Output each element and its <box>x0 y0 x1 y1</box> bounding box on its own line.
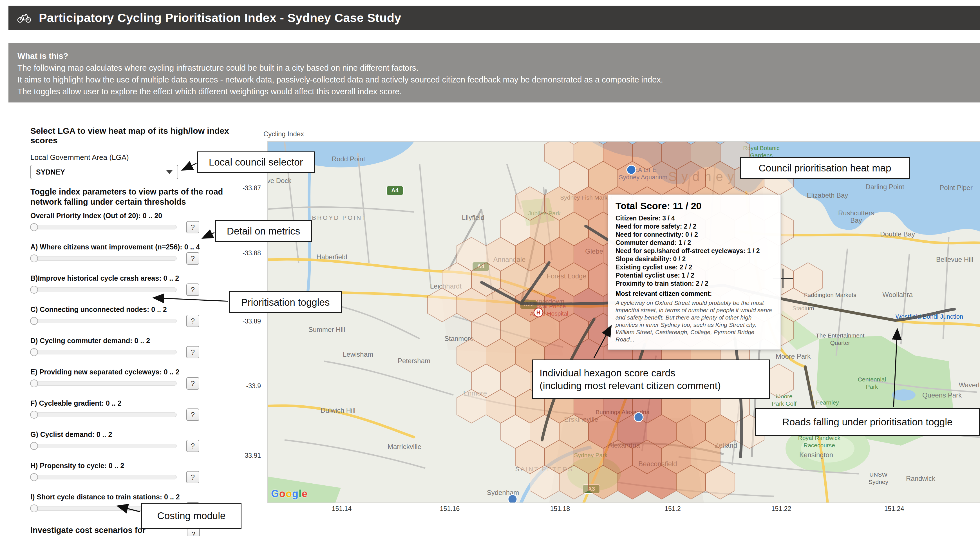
help-button[interactable]: ? <box>186 315 199 327</box>
slider-track[interactable] <box>30 412 177 417</box>
scorecard-metric: Commuter demand: 1 / 2 <box>616 239 773 247</box>
map-label: Elizabeth Bay <box>807 191 848 199</box>
help-button[interactable]: ? <box>186 252 199 265</box>
svg-text:H: H <box>536 309 540 316</box>
map-label: Kensington <box>799 451 833 458</box>
map-label: Lilyfield <box>462 214 484 221</box>
scorecard-metric: Proximity to train station: 2 / 2 <box>616 280 773 288</box>
map-label: Five Dock <box>268 177 291 184</box>
slider-track[interactable] <box>30 288 177 292</box>
map-label: Bellevue Hill <box>936 256 973 263</box>
chevron-down-icon <box>166 170 173 174</box>
map-label: Rodd Point <box>332 155 365 163</box>
slider-track[interactable] <box>30 350 177 355</box>
lga-select[interactable]: SYDNEY <box>30 165 178 179</box>
slider-track[interactable] <box>30 381 177 386</box>
slider-label: I) Short cycle distance to train station… <box>30 493 256 501</box>
help-button[interactable]: ? <box>186 346 199 358</box>
x-axis-tick: 151.2 <box>665 505 681 513</box>
x-axis-tick: 151.14 <box>332 505 352 513</box>
slider-label: A) Where citizens want improvement (n=25… <box>30 243 256 251</box>
google-logo[interactable]: Google <box>271 488 308 500</box>
map-label: A4 <box>391 187 399 193</box>
map-plot-title: Cycling Index <box>263 130 304 138</box>
toggles-section-title: Toggle index parameters to view parts of… <box>30 187 239 207</box>
help-button[interactable]: ? <box>186 409 199 421</box>
y-axis-tick: -33.88 <box>238 250 261 257</box>
intro-heading: What is this? <box>18 50 971 62</box>
x-axis-tick: 151.24 <box>884 505 904 513</box>
slider-thumb[interactable] <box>30 473 38 481</box>
slider-label: D) Cycling commuter demand: 0 .. 2 <box>30 336 256 345</box>
lga-section-title: Select LGA to view heat map of its high/… <box>30 126 256 145</box>
help-button[interactable]: ? <box>187 528 200 536</box>
help-button[interactable]: ? <box>186 377 199 390</box>
scorecard-title: Total Score: 11 / 20 <box>616 200 773 212</box>
callout-prioritisation-toggles: Prioritisation toggles <box>229 291 342 313</box>
help-button[interactable]: ? <box>186 283 199 296</box>
app-root: { "header": { "title": "Participatory Cy… <box>0 0 980 536</box>
hexagon-scorecard: Total Score: 11 / 20 Citizen Desire: 3 /… <box>608 194 781 350</box>
help-button[interactable]: ? <box>186 471 199 484</box>
callout-roads-toggle: Roads falling under prioritisation toggl… <box>755 408 980 436</box>
transit-marker[interactable] <box>634 413 643 422</box>
callout-detail-on-metrics: Detail on metrics <box>215 220 312 242</box>
map-label: Lewisham <box>343 350 373 358</box>
slider-track[interactable] <box>30 475 177 479</box>
bicycle-icon <box>16 13 32 23</box>
y-axis-tick: -33.91 <box>238 452 261 460</box>
slider-thumb[interactable] <box>30 317 38 325</box>
slider-thumb[interactable] <box>30 442 38 450</box>
slider-label: H) Propensity to cycle: 0 .. 2 <box>30 461 256 470</box>
slider-label: C) Connecting unconnected nodes: 0 .. 2 <box>30 305 256 313</box>
slider-thumb[interactable] <box>30 380 38 387</box>
help-button[interactable]: ? <box>186 221 199 233</box>
slider-thumb[interactable] <box>30 254 38 262</box>
aquarium-marker[interactable] <box>627 165 636 174</box>
callout-heat-map: Council prioritisation heat map <box>740 157 910 179</box>
map-label: Randwick <box>906 475 935 482</box>
map-label: Woollahra <box>882 291 913 298</box>
slider-thumb[interactable] <box>30 348 38 356</box>
transit-marker[interactable] <box>508 495 517 503</box>
scorecard-metric: Potential cyclist use: 1 / 2 <box>616 271 773 280</box>
slider-track[interactable] <box>30 256 177 261</box>
slider-group: B)Improve historical cycle crash areas: … <box>30 274 256 296</box>
y-axis-tick: -33.87 <box>238 184 261 192</box>
slider-thumb[interactable] <box>30 504 38 512</box>
app-header: Participatory Cycling Prioritisation Ind… <box>8 6 980 30</box>
map-label: BROYD POINT <box>312 214 367 221</box>
scorecard-metrics: Citizen Desire: 3 / 4Need for more safet… <box>616 214 773 288</box>
slider-thumb[interactable] <box>30 411 38 418</box>
map-label: Petersham <box>398 357 430 364</box>
slider-label: G) Cyclist demand: 0 .. 2 <box>30 430 256 439</box>
slider-thumb[interactable] <box>30 223 38 231</box>
map-label: Double Bay <box>880 230 915 238</box>
scorecard-comment: A cycleway on Oxford Street would probab… <box>616 299 773 343</box>
page-title: Participatory Cycling Prioritisation Ind… <box>39 11 401 25</box>
slider-group: E) Providing new separated cycleways: 0 … <box>30 367 256 390</box>
scorecard-metric: Citizen Desire: 3 / 4 <box>616 214 773 223</box>
scorecard-metric: Existing cyclist use: 2 / 2 <box>616 263 773 271</box>
map-canvas[interactable]: Rodd PointFive DockBROYD POINTHaberfield… <box>267 141 980 503</box>
slider-track[interactable] <box>30 444 177 448</box>
scorecard-metric: Slope desirability: 0 / 2 <box>616 255 773 263</box>
control-sidebar: Select LGA to view heat map of its high/… <box>30 126 256 536</box>
hospital-marker[interactable]: H <box>534 308 543 317</box>
scorecard-comment-label: Most relevant citizen comment: <box>616 290 773 297</box>
help-button[interactable]: ? <box>186 440 199 452</box>
lga-selected-value: SYDNEY <box>36 168 65 176</box>
slider-track[interactable] <box>30 225 177 229</box>
slider-label: F) Cycleable gradient: 0 .. 2 <box>30 399 256 407</box>
slider-group: G) Cyclist demand: 0 .. 2 ? <box>30 430 256 452</box>
slider-label: Overall Priority Index (Out of 20): 0 ..… <box>30 212 256 220</box>
slider-track[interactable] <box>30 319 177 323</box>
slider-label: B)Improve historical cycle crash areas: … <box>30 274 256 282</box>
slider-group: F) Cycleable gradient: 0 .. 2 ? <box>30 399 256 421</box>
slider-group: C) Connecting unconnected nodes: 0 .. 2 … <box>30 305 256 327</box>
map-label: Waverley <box>959 381 980 389</box>
map-label: Point Piper <box>939 184 972 191</box>
slider-thumb[interactable] <box>30 286 38 294</box>
scorecard-metric: Need for sep./shared off-street cycleway… <box>616 247 773 255</box>
callout-costing-module: Costing module <box>141 503 242 529</box>
